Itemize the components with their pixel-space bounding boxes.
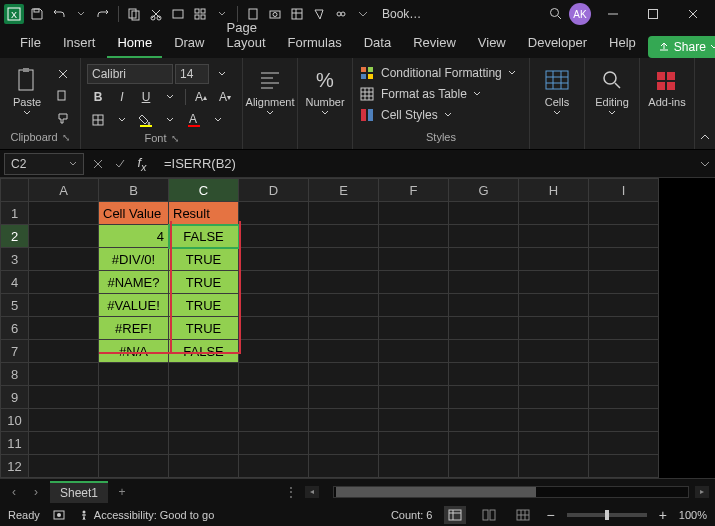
- qat-icon-6[interactable]: [332, 5, 350, 23]
- col-header-b[interactable]: B: [99, 179, 169, 202]
- row-header-8[interactable]: 8: [1, 363, 29, 386]
- hscroll-right[interactable]: ▸: [695, 486, 709, 498]
- fill-color-button[interactable]: [135, 110, 157, 130]
- redo-icon[interactable]: [94, 5, 112, 23]
- format-painter-button[interactable]: [52, 108, 74, 128]
- col-header-f[interactable]: F: [379, 179, 449, 202]
- tab-help[interactable]: Help: [599, 29, 646, 58]
- row-header-5[interactable]: 5: [1, 294, 29, 317]
- close-button[interactable]: [675, 0, 711, 28]
- cell-b4[interactable]: #NAME?: [99, 271, 169, 294]
- tab-page-layout[interactable]: Page Layout: [217, 14, 276, 58]
- col-header-c[interactable]: C: [169, 179, 239, 202]
- fx-button[interactable]: fx: [132, 154, 152, 174]
- avatar[interactable]: AK: [569, 3, 591, 25]
- addins-button[interactable]: Add-ins: [646, 64, 688, 110]
- tab-file[interactable]: File: [10, 29, 51, 58]
- qat-more-icon[interactable]: [354, 5, 372, 23]
- search-icon[interactable]: [547, 5, 565, 23]
- font-launcher-icon[interactable]: ⤡: [171, 133, 179, 144]
- hscroll-thumb[interactable]: [336, 487, 536, 497]
- borders-button[interactable]: [87, 110, 109, 130]
- row-header-10[interactable]: 10: [1, 409, 29, 432]
- alignment-button[interactable]: Alignment: [249, 64, 291, 118]
- tab-home[interactable]: Home: [107, 29, 162, 58]
- qat-copy-icon[interactable]: [125, 5, 143, 23]
- document-name[interactable]: Book…: [382, 7, 421, 21]
- editing-button[interactable]: Editing: [591, 64, 633, 118]
- expand-formula-bar[interactable]: [695, 159, 715, 169]
- undo-icon[interactable]: [50, 5, 68, 23]
- col-header-h[interactable]: H: [519, 179, 589, 202]
- font-color-button[interactable]: A: [183, 110, 205, 130]
- formula-input[interactable]: =ISERR(B2): [158, 152, 695, 175]
- underline-button[interactable]: U: [135, 87, 157, 107]
- sheet-nav-next[interactable]: ›: [28, 485, 44, 499]
- page-layout-view-button[interactable]: [478, 506, 500, 524]
- row-header-6[interactable]: 6: [1, 317, 29, 340]
- zoom-thumb[interactable]: [605, 510, 609, 520]
- col-header-d[interactable]: D: [239, 179, 309, 202]
- zoom-out-button[interactable]: −: [546, 507, 554, 523]
- row-header-11[interactable]: 11: [1, 432, 29, 455]
- zoom-level[interactable]: 100%: [679, 509, 707, 521]
- sheet-nav-prev[interactable]: ‹: [6, 485, 22, 499]
- italic-button[interactable]: I: [111, 87, 133, 107]
- zoom-slider[interactable]: [567, 513, 647, 517]
- paste-button[interactable]: Paste: [6, 64, 48, 118]
- row-header-12[interactable]: 12: [1, 455, 29, 478]
- cancel-formula-button[interactable]: [88, 154, 108, 174]
- name-box[interactable]: C2: [4, 153, 84, 175]
- tab-formulas[interactable]: Formulas: [278, 29, 352, 58]
- cells-button[interactable]: Cells: [536, 64, 578, 118]
- col-header-e[interactable]: E: [309, 179, 379, 202]
- decrease-font-button[interactable]: A▾: [214, 87, 236, 107]
- cut-button[interactable]: [52, 64, 74, 84]
- clipboard-launcher-icon[interactable]: ⤡: [62, 132, 70, 143]
- macro-record-icon[interactable]: [52, 508, 66, 522]
- row-header-7[interactable]: 7: [1, 340, 29, 363]
- zoom-in-button[interactable]: +: [659, 507, 667, 523]
- borders-dropdown[interactable]: [111, 110, 133, 130]
- cell-d1[interactable]: [239, 202, 309, 225]
- maximize-button[interactable]: [635, 0, 671, 28]
- row-header-4[interactable]: 4: [1, 271, 29, 294]
- tab-insert[interactable]: Insert: [53, 29, 106, 58]
- row-header-9[interactable]: 9: [1, 386, 29, 409]
- qat-icon-2[interactable]: [191, 5, 209, 23]
- font-size-select[interactable]: 14: [175, 64, 209, 84]
- hscroll-left[interactable]: ◂: [305, 486, 319, 498]
- row-header-2[interactable]: 2: [1, 225, 29, 248]
- normal-view-button[interactable]: [444, 506, 466, 524]
- cell-styles-button[interactable]: Cell Styles: [359, 106, 516, 124]
- tab-data[interactable]: Data: [354, 29, 401, 58]
- cut-icon[interactable]: [147, 5, 165, 23]
- cell-b2[interactable]: 4: [99, 225, 169, 248]
- page-break-view-button[interactable]: [512, 506, 534, 524]
- font-name-select[interactable]: Calibri: [87, 64, 173, 84]
- fill-color-dropdown[interactable]: [159, 110, 181, 130]
- increase-font-button[interactable]: A▴: [190, 87, 212, 107]
- share-button[interactable]: Share: [648, 36, 715, 58]
- minimize-button[interactable]: [595, 0, 631, 28]
- tab-view[interactable]: View: [468, 29, 516, 58]
- col-header-i[interactable]: I: [589, 179, 659, 202]
- qat-icon-1[interactable]: [169, 5, 187, 23]
- font-color-dropdown[interactable]: [207, 110, 229, 130]
- sheet-tab-1[interactable]: Sheet1: [50, 481, 108, 503]
- number-button[interactable]: % Number: [304, 64, 346, 118]
- cell-b5[interactable]: #VALUE!: [99, 294, 169, 317]
- undo-dropdown-icon[interactable]: [72, 5, 90, 23]
- tab-draw[interactable]: Draw: [164, 29, 214, 58]
- cell-a1[interactable]: [29, 202, 99, 225]
- cell-b1[interactable]: Cell Value: [99, 202, 169, 225]
- font-size-dropdown[interactable]: [211, 64, 233, 84]
- cell-b3[interactable]: #DIV/0!: [99, 248, 169, 271]
- sheet-tab-menu[interactable]: ⋮: [283, 485, 299, 499]
- col-header-g[interactable]: G: [449, 179, 519, 202]
- collapse-ribbon-button[interactable]: [695, 58, 715, 149]
- enter-formula-button[interactable]: [110, 154, 130, 174]
- underline-dropdown[interactable]: [159, 87, 181, 107]
- hscroll-track[interactable]: [333, 486, 689, 498]
- qat-icon-4[interactable]: [288, 5, 306, 23]
